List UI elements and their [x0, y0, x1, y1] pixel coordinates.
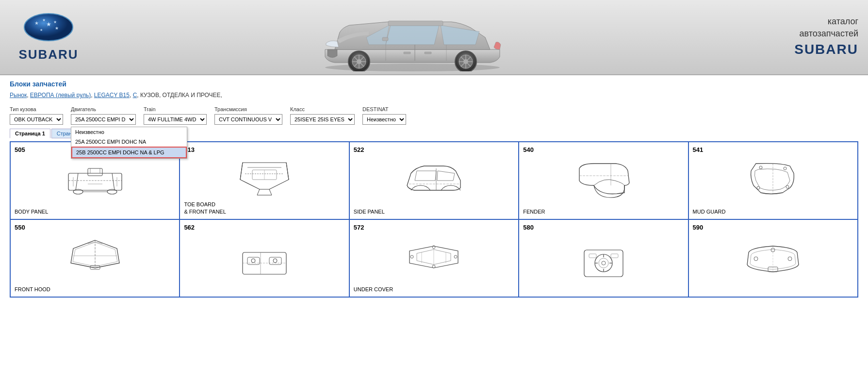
- svg-line-31: [112, 173, 115, 190]
- svg-point-84: [599, 258, 608, 268]
- svg-rect-66: [243, 252, 286, 274]
- front-hood-drawing-icon: [64, 236, 127, 280]
- filter-transmission-select[interactable]: CVT CONTINUOUS V: [214, 114, 282, 125]
- svg-text:★: ★: [34, 20, 39, 26]
- fender-drawing-icon: [572, 159, 635, 202]
- svg-point-70: [273, 259, 277, 263]
- dropdown-item-25a[interactable]: 25A 2500CC EMPI DOHC NA: [71, 137, 187, 147]
- breadcrumb-link-europe[interactable]: ЕВРОПА (левый руль): [30, 92, 91, 99]
- under-cover-drawing-icon: [402, 236, 465, 280]
- svg-text:★: ★: [55, 26, 59, 31]
- part-name-522: SIDE PANEL: [354, 208, 385, 215]
- filter-engine-select[interactable]: 25A 2500CC EMPI D: [71, 114, 136, 125]
- dropdown-item-25b[interactable]: 25B 2500CC EMPI DOHC NA & LPG: [71, 147, 187, 158]
- part-cell-522[interactable]: 522 SIDE PANEL: [350, 142, 519, 220]
- part-image-541: [693, 155, 853, 206]
- part-number-590: 590: [693, 224, 704, 231]
- breadcrumb-current: КУЗОВ, ОТДЕЛКА И ПРОЧЕЕ: [140, 92, 221, 99]
- part-image-572: [354, 233, 514, 284]
- part-image-513: [184, 155, 344, 199]
- filter-destinat-label: DESTINAT: [362, 106, 406, 112]
- part-number-550: 550: [15, 224, 25, 231]
- breadcrumb-link-market[interactable]: Рынок: [10, 92, 27, 99]
- part-562-drawing-icon: [233, 240, 296, 284]
- svg-point-57: [784, 167, 786, 170]
- part-590-drawing-icon: [741, 240, 804, 284]
- breadcrumb-link-model[interactable]: LEGACY B15: [94, 92, 130, 99]
- part-image-540: [523, 155, 684, 206]
- part-580-drawing-icon: [572, 240, 635, 284]
- filter-train-label: Train: [144, 106, 207, 112]
- filter-body-type-select[interactable]: OBK OUTBACK: [10, 114, 63, 125]
- part-number-505: 505: [15, 146, 25, 153]
- mud-guard-drawing-icon: [741, 159, 804, 202]
- part-cell-513[interactable]: 513 TOE BOARD& FRONT PANEL: [180, 142, 349, 220]
- part-number-572: 572: [354, 224, 364, 231]
- svg-text:★: ★: [46, 21, 51, 28]
- subaru-logo-icon: ★ ★ ★ ★ ★ ★: [22, 13, 75, 44]
- catalog-title: каталог автозапчастей SUBARU: [737, 16, 858, 59]
- engine-dropdown[interactable]: Неизвестно 25A 2500CC EMPI DOHC NA 25B 2…: [71, 127, 187, 159]
- part-cell-540[interactable]: 540 FENDER: [519, 142, 688, 220]
- svg-point-93: [788, 257, 792, 261]
- svg-line-43: [240, 163, 243, 180]
- filter-transmission: Трансмиссия CVT CONTINUOUS V: [214, 106, 282, 125]
- svg-point-56: [759, 166, 762, 169]
- svg-line-48: [269, 189, 272, 195]
- filter-transmission-label: Трансмиссия: [214, 106, 282, 112]
- part-number-540: 540: [523, 146, 534, 153]
- svg-point-85: [602, 261, 606, 265]
- part-image-550: [15, 233, 175, 284]
- part-name-513: TOE BOARD& FRONT PANEL: [184, 201, 226, 215]
- part-number-562: 562: [184, 224, 195, 231]
- part-image-580: [523, 233, 684, 291]
- part-number-541: 541: [693, 146, 704, 153]
- logo-text: SUBARU: [18, 47, 78, 62]
- svg-rect-8: [388, 21, 443, 26]
- filter-train-select[interactable]: 4W FULLTIME 4WD: [144, 114, 207, 125]
- svg-text:★: ★: [40, 28, 43, 32]
- breadcrumb: Рынок, ЕВРОПА (левый руль), LEGACY B15, …: [10, 92, 858, 99]
- catalog-line1: каталог: [737, 16, 858, 28]
- filters-row: Тип кузова OBK OUTBACK Двигатель 25A 250…: [10, 106, 858, 125]
- svg-rect-13: [425, 52, 431, 54]
- svg-rect-36: [88, 168, 102, 176]
- filter-class-select[interactable]: 25ISEYE 25IS EYES: [290, 114, 355, 125]
- svg-rect-12: [404, 52, 410, 54]
- svg-rect-90: [589, 254, 596, 258]
- part-image-562: [184, 233, 344, 291]
- svg-rect-67: [247, 257, 260, 265]
- filter-destinat-select[interactable]: Неизвестно: [362, 114, 406, 125]
- toe-board-drawing-icon: [233, 155, 296, 199]
- part-cell-580[interactable]: 580: [519, 220, 688, 298]
- main-content: Блоки запчастей Рынок, ЕВРОПА (левый рул…: [0, 75, 868, 302]
- part-cell-572[interactable]: 572 UNDER COVER: [350, 220, 519, 298]
- part-image-505: [15, 155, 175, 206]
- filter-body-type: Тип кузова OBK OUTBACK: [10, 106, 63, 125]
- catalog-brand: SUBARU: [737, 40, 858, 59]
- part-name-505: BODY PANEL: [15, 208, 48, 215]
- svg-point-92: [754, 257, 758, 261]
- svg-line-30: [76, 173, 78, 190]
- breadcrumb-link-c[interactable]: С: [133, 92, 137, 99]
- svg-rect-28: [382, 37, 388, 41]
- car-image: [87, 1, 737, 74]
- filter-train: Train 4W FULLTIME 4WD: [144, 106, 207, 125]
- part-cell-562[interactable]: 562: [180, 220, 349, 298]
- part-cell-550[interactable]: 550 FRONT HOOD: [11, 220, 180, 298]
- svg-point-76: [454, 255, 457, 258]
- svg-point-69: [251, 259, 255, 263]
- header: ★ ★ ★ ★ ★ ★ SUBARU: [0, 0, 868, 75]
- body-panel-drawing-icon: [64, 159, 127, 202]
- part-cell-541[interactable]: 541 MUD GUARD: [689, 142, 858, 220]
- svg-point-75: [410, 255, 413, 258]
- part-number-522: 522: [354, 146, 364, 153]
- breadcrumb-title: Блоки запчастей: [10, 80, 858, 88]
- part-image-590: [693, 233, 853, 291]
- filter-destinat: DESTINAT Неизвестно: [362, 106, 406, 125]
- catalog-line2: автозапчастей: [737, 28, 858, 40]
- dropdown-item-unknown[interactable]: Неизвестно: [71, 127, 187, 137]
- part-cell-590[interactable]: 590: [689, 220, 858, 298]
- page-tab-1[interactable]: Страница 1: [10, 129, 50, 138]
- svg-rect-91: [611, 254, 618, 258]
